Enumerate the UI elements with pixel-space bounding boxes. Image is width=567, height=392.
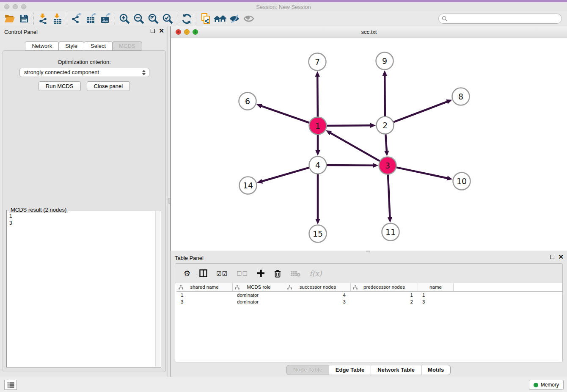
export-image-button[interactable]: [98, 12, 113, 25]
column-header-name[interactable]: name: [418, 283, 454, 291]
column-label: name: [429, 284, 442, 290]
toggle-panels-button[interactable]: [199, 269, 207, 277]
delete-table-button: [290, 270, 300, 277]
search-input[interactable]: [438, 14, 562, 24]
zoom-selected-icon: [162, 13, 173, 25]
float-panel-icon[interactable]: [151, 29, 155, 33]
network-graph: 7968124314101511: [171, 38, 567, 251]
column-settings-button[interactable]: ⚙: [184, 269, 190, 278]
edge-3-10[interactable]: [395, 167, 448, 178]
tab-node-table[interactable]: Node Table: [286, 365, 329, 375]
network-window-titlebar: × − + scc.txt: [171, 26, 567, 38]
column-header-successor-nodes[interactable]: successor nodes: [285, 283, 351, 291]
tab-network-table[interactable]: Network Table: [371, 365, 421, 375]
plus-icon: [257, 269, 265, 277]
optimization-criterion-label: Optimization criterion:: [3, 59, 165, 65]
column-header-mcds-role[interactable]: MCDS role: [233, 283, 285, 291]
edge-2-8[interactable]: [392, 102, 448, 123]
edge-1-6[interactable]: [261, 106, 310, 123]
tab-select[interactable]: Select: [84, 41, 113, 51]
tab-edge-table[interactable]: Edge Table: [329, 365, 371, 375]
home-view-button[interactable]: [213, 12, 227, 25]
zoom-fit-icon: [148, 13, 159, 25]
zoom-out-icon: [133, 13, 145, 25]
edge-3-11[interactable]: [388, 173, 390, 218]
apply-layout-button[interactable]: [179, 12, 194, 25]
edge-arrowhead: [384, 151, 389, 156]
close-panel-icon[interactable]: ✕: [159, 29, 164, 33]
show-graphics-details-button[interactable]: [242, 12, 256, 25]
cell-mcds-role: dominator: [233, 292, 285, 298]
graph-node-label: 6: [245, 97, 250, 106]
edge-arrowhead: [370, 123, 376, 128]
column-header-predecessor-nodes[interactable]: predecessor nodes: [351, 283, 418, 291]
select-chevrons-icon: [142, 69, 146, 76]
table-panel-title: Table Panel: [175, 255, 204, 261]
select-all-button[interactable]: ☑☑: [216, 270, 228, 277]
zoom-out-button[interactable]: [132, 12, 146, 25]
table-row[interactable]: 3dominator323: [176, 298, 562, 305]
graph-node-label: 15: [313, 229, 323, 238]
float-panel-icon[interactable]: [550, 255, 554, 259]
hide-graphics-details-button[interactable]: [227, 12, 242, 25]
criterion-select[interactable]: strongly connected component: [19, 68, 149, 77]
close-panel-button[interactable]: Close panel: [87, 81, 130, 91]
edge-4-3[interactable]: [325, 165, 374, 166]
zoom-fit-button[interactable]: [146, 12, 160, 25]
graph-node-label: 11: [385, 227, 396, 237]
add-row-button[interactable]: [257, 269, 265, 277]
cell-shared-name: 1: [176, 292, 233, 298]
table-row[interactable]: 1dominator411: [176, 292, 562, 298]
export-network-button[interactable]: [69, 12, 84, 25]
deselect-all-button[interactable]: ☐☐: [237, 270, 248, 277]
open-session-button[interactable]: [3, 12, 17, 25]
edge-2-9[interactable]: [385, 75, 385, 118]
toolbar-separator: [196, 13, 196, 25]
column-label: shared name: [190, 284, 218, 290]
tab-network[interactable]: Network: [25, 41, 59, 51]
edge-arrowhead: [447, 176, 453, 180]
column-header-shared-name[interactable]: shared name: [176, 283, 233, 291]
save-session-button[interactable]: [17, 12, 31, 25]
vertical-splitter-handle[interactable]: [168, 198, 170, 204]
mcds-panel: Optimization criterion: strongly connect…: [3, 50, 166, 372]
vertical-splitter[interactable]: [168, 26, 171, 377]
zoom-selected-button[interactable]: [160, 12, 175, 25]
edge-3-1[interactable]: [330, 133, 381, 162]
edge-arrowhead: [256, 104, 262, 108]
network-canvas[interactable]: 7968124314101511: [171, 38, 567, 251]
edge-arrowhead: [373, 163, 378, 168]
fx-icon: f(x): [309, 269, 322, 278]
toolbar-separator: [33, 13, 34, 25]
cell-predecessor-nodes: 2: [351, 298, 418, 305]
memory-button[interactable]: Memory: [529, 380, 564, 390]
memory-status-icon: [534, 383, 538, 387]
edge-2-3[interactable]: [385, 133, 387, 152]
node-table: shared nameMCDS rolesuccessor nodesprede…: [175, 283, 562, 362]
result-scrollbar[interactable]: [155, 211, 160, 367]
tab-style[interactable]: Style: [58, 41, 84, 51]
delete-row-button[interactable]: [274, 269, 281, 278]
tab-mcds[interactable]: MCDS: [112, 41, 142, 51]
import-table-button[interactable]: [50, 12, 65, 25]
control-panel-title: Control Panel: [4, 29, 38, 35]
task-history-button[interactable]: [4, 380, 17, 390]
export-image-icon: [100, 13, 111, 24]
zoom-in-button[interactable]: [117, 12, 132, 25]
table-tabs: Node TableEdge TableNetwork TableMotifs: [171, 365, 567, 375]
edge-arrowhead: [383, 70, 387, 76]
tab-motifs[interactable]: Motifs: [421, 365, 451, 375]
import-network-button[interactable]: [36, 12, 50, 25]
open-folder-icon: [4, 13, 15, 24]
edge-1-7[interactable]: [317, 76, 318, 118]
edge-4-14[interactable]: [261, 167, 311, 182]
run-mcds-button[interactable]: Run MCDS: [39, 81, 81, 91]
close-panel-icon[interactable]: ✕: [558, 255, 564, 259]
export-table-button[interactable]: [84, 12, 98, 25]
checked-boxes-icon: ☑☑: [216, 270, 228, 277]
save-floppy-icon: [19, 14, 29, 24]
graph-node-label: 10: [457, 177, 467, 186]
edge-1-2[interactable]: [325, 125, 371, 126]
clone-network-button[interactable]: [198, 12, 213, 25]
cell-successor-nodes: 4: [285, 292, 351, 298]
